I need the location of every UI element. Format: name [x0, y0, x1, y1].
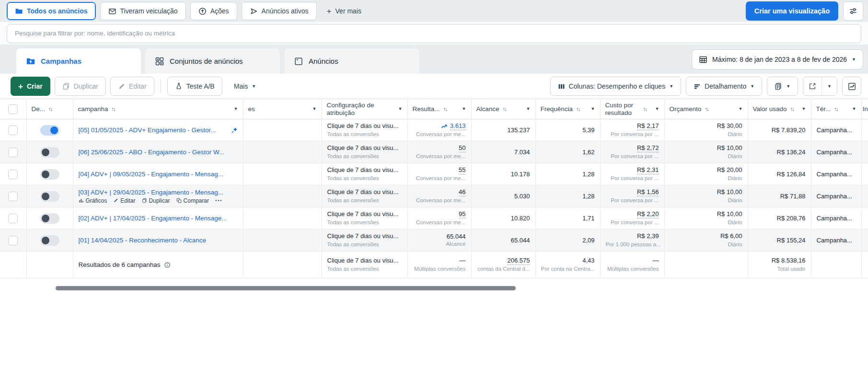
delivery-toggle[interactable]: [40, 169, 59, 180]
campaign-name-link[interactable]: [04] ADV+ | 09/05/2025 - Engajamento - M…: [79, 171, 224, 178]
more-button[interactable]: Mais ▼: [227, 77, 263, 96]
table-footer-row: Resultados de 6 campanhas Clique de 7 di…: [0, 252, 868, 278]
flask-icon: [175, 82, 183, 90]
export-button[interactable]: [803, 77, 822, 95]
footer-reach[interactable]: 206.575: [508, 257, 530, 265]
reports-icon: [775, 82, 782, 90]
row-hover-actions: Gráficos Editar Duplicar Comparar •••: [79, 197, 238, 204]
header-frequency[interactable]: Frequência↑↓▼: [535, 99, 600, 119]
cost-value[interactable]: R$ 1,56: [637, 189, 659, 196]
campaign-name-link[interactable]: [05] 01/05/2025 - ADV+ Engajamento - Ges…: [79, 126, 216, 134]
header-amount-spent[interactable]: Valor usado↑↓▼: [748, 99, 811, 119]
results-value[interactable]: 65.044: [447, 233, 466, 240]
row-checkbox[interactable]: [8, 236, 18, 245]
chart-trend-icon: [848, 82, 856, 91]
campaign-name-link[interactable]: [01] 14/04/2025 - Reconhecimento - Alcan…: [79, 237, 206, 244]
cost-value[interactable]: R$ 2,31: [637, 167, 659, 174]
chip-label: Anúncios ativos: [262, 7, 309, 15]
header-hidden-column[interactable]: es▼: [243, 99, 322, 119]
filter-chip-active-ads[interactable]: Anúncios ativos: [242, 2, 317, 20]
filters-settings-button[interactable]: [843, 1, 863, 21]
create-view-button[interactable]: Criar uma visualização: [746, 1, 838, 21]
results-value[interactable]: 55: [459, 167, 465, 174]
duplicate-button[interactable]: Duplicar: [55, 77, 106, 96]
search-bar: [0, 22, 868, 45]
header-results[interactable]: Resulta...↑↓▼: [407, 99, 471, 119]
end-date-value: Campanha...: [817, 149, 852, 156]
filter-chip-had-delivery[interactable]: Tiveram veiculação: [100, 2, 186, 20]
horizontal-scrollbar-thumb[interactable]: [56, 286, 516, 290]
header-attribution[interactable]: Configuração de atribuição▼: [322, 99, 407, 119]
header-campaign[interactable]: campanha↑↓▼: [73, 99, 243, 119]
header-cost-per-result[interactable]: Custo por resultado↑↓▼: [600, 99, 664, 119]
row-checkbox[interactable]: [8, 148, 18, 157]
more-actions-button[interactable]: •••: [215, 198, 222, 203]
filter-chip-actions[interactable]: Ações: [190, 2, 237, 20]
tab-ads[interactable]: Anúncios: [284, 48, 419, 74]
tab-ad-sets[interactable]: Conjuntos de anúncios: [145, 48, 280, 74]
frequency-value: 1,28: [582, 171, 594, 178]
delivery-toggle[interactable]: [40, 147, 59, 158]
create-button[interactable]: + Criar: [11, 77, 50, 96]
cost-value[interactable]: R$ 2,17: [637, 123, 659, 130]
campaign-name-link[interactable]: [03] ADV+ | 29/04/2025 - Engajamento - M…: [79, 189, 224, 196]
header-budget[interactable]: Orçamento↑↓▼: [664, 99, 748, 119]
reports-button[interactable]: ▼: [767, 77, 798, 96]
cost-value[interactable]: R$ 2,39: [637, 232, 659, 240]
date-range-selector[interactable]: Máximo: 8 de jan de 2023 a 8 de fev de 2…: [692, 49, 863, 69]
cost-value[interactable]: R$ 2,72: [637, 145, 659, 152]
toolbar-divider: [161, 80, 161, 93]
charts-action[interactable]: Gráficos: [79, 197, 107, 204]
end-date-value: Campanha...: [817, 171, 852, 178]
campaign-name-link[interactable]: [06] 25/06/2025 - ABO - Engajamento - Ge…: [79, 149, 225, 156]
delivery-toggle[interactable]: [40, 125, 59, 136]
row-checkbox[interactable]: [8, 192, 18, 201]
row-checkbox[interactable]: [8, 126, 18, 135]
results-value[interactable]: 46: [459, 189, 465, 196]
caret-down-icon: ▼: [462, 107, 466, 111]
sort-icon: ↑↓: [443, 106, 447, 112]
campaign-name-link[interactable]: [02] ADV+ | 17/04/2025 - Engajamento - M…: [79, 215, 227, 222]
footer-attribution: Clique de 7 dias ou visu...: [327, 257, 402, 264]
export-options-button[interactable]: ▼: [822, 77, 837, 95]
tab-campaigns[interactable]: Campanhas: [16, 48, 141, 74]
delivery-toggle[interactable]: [40, 235, 59, 246]
see-more-label: Ver mais: [336, 7, 361, 15]
export-icon: [809, 82, 816, 90]
delivery-toggle[interactable]: [40, 213, 59, 224]
ab-test-button[interactable]: Teste A/B: [167, 77, 222, 96]
more-label: Mais: [234, 82, 248, 90]
info-icon[interactable]: [164, 262, 171, 268]
compare-action[interactable]: Comparar: [176, 197, 209, 204]
results-value[interactable]: 50: [459, 145, 465, 152]
breakdown-button[interactable]: Detalhamento ▼: [686, 77, 762, 96]
chip-label: Tiveram veiculação: [120, 7, 178, 15]
cost-value[interactable]: R$ 2,20: [637, 211, 659, 218]
caret-down-icon: ▼: [750, 84, 754, 89]
charts-panel-button[interactable]: [842, 77, 861, 96]
columns-button[interactable]: Colunas: Desempenho e cliques ▼: [550, 77, 682, 96]
folder-icon: [15, 7, 23, 15]
results-value[interactable]: 95: [459, 211, 465, 218]
reach-value: 5.030: [514, 193, 530, 200]
header-reach[interactable]: Alcance↑↓▼: [471, 99, 535, 119]
header-delivery-toggle[interactable]: De...↑↓: [26, 99, 73, 119]
row-checkbox[interactable]: [8, 170, 18, 179]
budget-value: R$ 10,00: [670, 188, 742, 196]
spent-value: R$ 126,84: [777, 171, 806, 178]
chip-label: Todos os anúncios: [27, 7, 88, 15]
sort-icon: ↑↓: [790, 106, 794, 112]
filter-chip-all-ads[interactable]: Todos os anúncios: [7, 2, 96, 20]
header-end-date[interactable]: Tér...↑↓▼: [811, 99, 861, 119]
search-input[interactable]: [7, 24, 861, 43]
edit-button[interactable]: Editar: [110, 77, 154, 96]
reach-value: 65.044: [511, 237, 530, 244]
delivery-toggle[interactable]: [40, 191, 59, 202]
row-checkbox[interactable]: [8, 214, 18, 223]
header-start-date[interactable]: In: [861, 99, 868, 119]
see-more-button[interactable]: + Ver mais: [321, 2, 367, 20]
edit-action[interactable]: Editar: [113, 197, 135, 204]
duplicate-action[interactable]: Duplicar: [142, 197, 170, 204]
results-value[interactable]: 3.613: [450, 123, 466, 130]
select-all-checkbox[interactable]: [8, 104, 18, 114]
